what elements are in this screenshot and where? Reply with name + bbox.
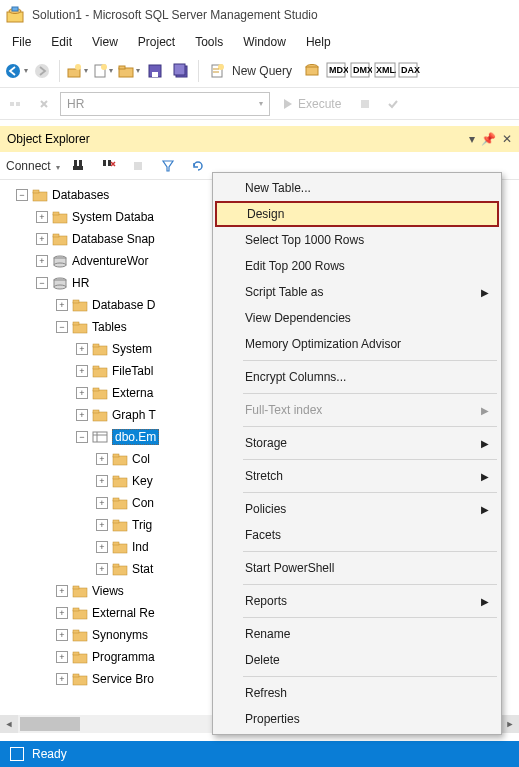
expand-icon[interactable]: + xyxy=(56,585,68,597)
save-all-button[interactable] xyxy=(169,59,193,83)
expand-icon[interactable]: + xyxy=(96,563,108,575)
context-menu-item-select-top-1000-rows[interactable]: Select Top 1000 Rows xyxy=(215,227,499,253)
database-combo[interactable]: HR ▾ xyxy=(60,92,270,116)
scroll-thumb[interactable] xyxy=(20,717,80,731)
context-menu-item-full-text-index: Full-Text index▶ xyxy=(215,397,499,423)
open-file-button[interactable]: ▾ xyxy=(117,59,141,83)
panel-dropdown-icon[interactable]: ▾ xyxy=(469,132,475,146)
svg-point-47 xyxy=(54,285,66,289)
svg-rect-50 xyxy=(73,324,87,333)
close-icon[interactable]: ✕ xyxy=(502,132,512,146)
context-menu-item-storage[interactable]: Storage▶ xyxy=(215,430,499,456)
scroll-right-icon[interactable]: ► xyxy=(501,715,519,733)
svg-rect-27 xyxy=(10,102,14,106)
svg-rect-80 xyxy=(73,630,79,633)
save-button[interactable] xyxy=(143,59,167,83)
expand-icon[interactable]: + xyxy=(96,519,108,531)
collapse-icon[interactable]: − xyxy=(36,277,48,289)
expand-icon[interactable]: + xyxy=(76,343,88,355)
expand-icon[interactable]: + xyxy=(56,673,68,685)
dmx-query-button[interactable]: DMX xyxy=(350,61,372,81)
refresh-icon[interactable] xyxy=(186,154,210,178)
disconnect-icon[interactable] xyxy=(96,154,120,178)
context-menu-separator xyxy=(243,551,497,552)
context-menu-item-delete[interactable]: Delete xyxy=(215,647,499,673)
connect-obj-icon[interactable] xyxy=(66,154,90,178)
svg-rect-74 xyxy=(113,564,119,567)
svg-rect-10 xyxy=(119,66,125,69)
svg-rect-83 xyxy=(73,676,87,685)
context-menu-item-encrypt-columns[interactable]: Encrypt Columns... xyxy=(215,364,499,390)
context-menu-item-start-powershell[interactable]: Start PowerShell xyxy=(215,555,499,581)
menu-tools[interactable]: Tools xyxy=(185,35,233,49)
svg-rect-57 xyxy=(93,388,99,391)
context-menu-item-facets[interactable]: Facets xyxy=(215,522,499,548)
context-menu-item-new-table[interactable]: New Table... xyxy=(215,175,499,201)
context-menu-item-design[interactable]: Design xyxy=(215,201,499,227)
scroll-left-icon[interactable]: ◄ xyxy=(0,715,18,733)
connect-button[interactable]: Connect ▾ xyxy=(6,159,60,173)
expand-icon[interactable]: + xyxy=(56,651,68,663)
context-menu-item-edit-top-200-rows[interactable]: Edit Top 200 Rows xyxy=(215,253,499,279)
pin-icon[interactable]: 📌 xyxy=(481,132,496,146)
expand-icon[interactable]: + xyxy=(96,497,108,509)
menu-file[interactable]: File xyxy=(2,35,41,49)
menu-window[interactable]: Window xyxy=(233,35,296,49)
collapse-icon[interactable]: − xyxy=(56,321,68,333)
context-menu-item-script-table-as[interactable]: Script Table as▶ xyxy=(215,279,499,305)
toolbar-separator xyxy=(59,60,60,82)
mdx-query-button[interactable]: MDX xyxy=(326,61,348,81)
filter-icon[interactable] xyxy=(156,154,180,178)
debug-button xyxy=(353,92,377,116)
expand-icon[interactable]: + xyxy=(96,475,108,487)
context-menu-item-view-dependencies[interactable]: View Dependencies xyxy=(215,305,499,331)
context-menu-label: Storage xyxy=(245,436,287,450)
svg-rect-49 xyxy=(73,300,79,303)
xmla-query-button[interactable]: XMLA xyxy=(374,61,396,81)
expand-icon[interactable]: + xyxy=(96,453,108,465)
db-engine-query-button[interactable] xyxy=(300,59,324,83)
expand-icon[interactable]: + xyxy=(56,607,68,619)
svg-rect-54 xyxy=(93,368,107,377)
expand-icon[interactable]: + xyxy=(76,387,88,399)
expand-icon[interactable]: + xyxy=(36,255,48,267)
context-menu-item-refresh[interactable]: Refresh xyxy=(215,680,499,706)
status-icon xyxy=(10,747,24,761)
svg-rect-35 xyxy=(134,162,142,170)
expand-icon[interactable]: + xyxy=(36,211,48,223)
new-file-button[interactable]: ▾ xyxy=(91,59,115,83)
expand-icon[interactable]: + xyxy=(76,365,88,377)
menu-project[interactable]: Project xyxy=(128,35,185,49)
submenu-arrow-icon: ▶ xyxy=(481,471,489,482)
context-menu-label: Encrypt Columns... xyxy=(245,370,346,384)
menu-view[interactable]: View xyxy=(82,35,128,49)
expand-icon[interactable]: + xyxy=(96,541,108,553)
new-query-button[interactable]: New Query xyxy=(204,59,298,83)
context-menu-item-rename[interactable]: Rename xyxy=(215,621,499,647)
svg-rect-31 xyxy=(79,160,82,166)
toolbar-sql: HR ▾ Execute xyxy=(0,88,519,120)
context-menu-item-properties[interactable]: Properties xyxy=(215,706,499,732)
context-menu-label: Select Top 1000 Rows xyxy=(245,233,364,247)
svg-rect-65 xyxy=(113,478,127,487)
collapse-icon[interactable]: − xyxy=(76,431,88,443)
expand-icon[interactable]: + xyxy=(76,409,88,421)
nav-back-button[interactable]: ▾ xyxy=(4,59,28,83)
context-menu-item-policies[interactable]: Policies▶ xyxy=(215,496,499,522)
collapse-icon[interactable]: − xyxy=(16,189,28,201)
execute-label: Execute xyxy=(298,97,341,111)
new-project-button[interactable]: ▾ xyxy=(65,59,89,83)
menu-edit[interactable]: Edit xyxy=(41,35,82,49)
context-menu-item-reports[interactable]: Reports▶ xyxy=(215,588,499,614)
svg-rect-63 xyxy=(113,456,127,465)
expand-icon[interactable]: + xyxy=(56,299,68,311)
svg-rect-67 xyxy=(113,500,127,509)
svg-rect-66 xyxy=(113,476,119,479)
context-menu-item-stretch[interactable]: Stretch▶ xyxy=(215,463,499,489)
expand-icon[interactable]: + xyxy=(56,629,68,641)
context-menu-separator xyxy=(243,584,497,585)
context-menu-item-memory-optimization-advisor[interactable]: Memory Optimization Advisor xyxy=(215,331,499,357)
expand-icon[interactable]: + xyxy=(36,233,48,245)
dax-query-button[interactable]: DAX xyxy=(398,61,420,81)
menu-help[interactable]: Help xyxy=(296,35,341,49)
